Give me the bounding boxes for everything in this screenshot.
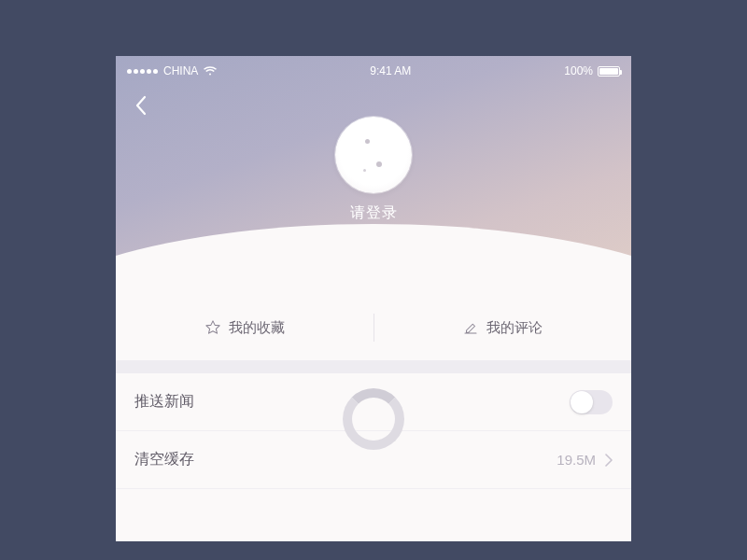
carrier-label: CHINA xyxy=(163,64,198,77)
battery-percent: 100% xyxy=(564,64,593,77)
section-divider xyxy=(116,360,631,373)
status-right: 100% xyxy=(564,64,620,77)
chevron-right-icon xyxy=(605,454,613,467)
chevron-left-icon xyxy=(134,95,148,116)
tab-favorites[interactable]: 我的收藏 xyxy=(116,295,374,360)
loading-spinner-icon xyxy=(343,388,404,450)
signal-dots-icon xyxy=(127,69,158,74)
status-bar: CHINA 9:41 AM 100% xyxy=(116,62,631,80)
row-push-news-label: 推送新闻 xyxy=(134,392,194,412)
status-left: CHINA xyxy=(127,64,217,77)
tab-comments[interactable]: 我的评论 xyxy=(374,295,632,360)
back-button[interactable] xyxy=(127,91,155,119)
status-time: 9:41 AM xyxy=(370,64,411,77)
row-clear-cache-label: 清空缓存 xyxy=(134,450,194,469)
tab-comments-label: 我的评论 xyxy=(486,319,543,337)
avatar[interactable] xyxy=(335,117,412,193)
tabs: 我的收藏 我的评论 xyxy=(116,295,631,360)
phone-frame: CHINA 9:41 AM 100% 请登录 我的收藏 xyxy=(116,56,631,541)
wifi-icon xyxy=(204,66,217,77)
battery-icon xyxy=(598,66,620,77)
cache-size: 19.5M xyxy=(557,452,596,468)
push-news-toggle[interactable] xyxy=(570,390,613,414)
tab-favorites-label: 我的收藏 xyxy=(229,319,285,337)
login-prompt[interactable]: 请登录 xyxy=(116,203,631,223)
toggle-knob xyxy=(571,391,593,413)
edit-icon xyxy=(462,319,479,336)
star-icon xyxy=(204,319,221,336)
